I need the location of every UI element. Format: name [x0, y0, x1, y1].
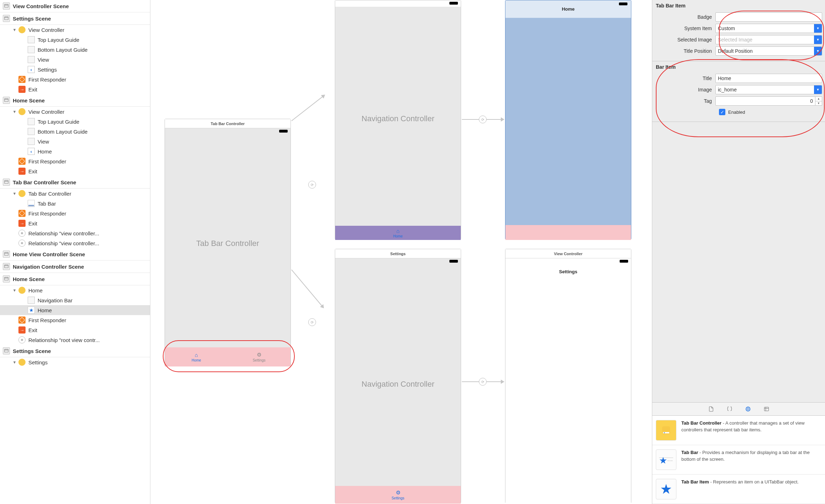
system-item-select[interactable]: Custom ▼ [715, 24, 822, 33]
outline-row[interactable]: View [0, 55, 150, 65]
outline-row[interactable]: First Responder [0, 74, 150, 84]
disclosure-triangle-icon[interactable]: ▼ [12, 360, 17, 364]
scene-center-label: Tab Bar Controller [165, 239, 290, 248]
outline-row[interactable]: Bottom Layout Guide [0, 127, 150, 136]
library-tab-code-icon[interactable] [725, 405, 734, 413]
disclosure-triangle-icon[interactable]: ▼ [12, 28, 17, 32]
library-tab-file-icon[interactable] [707, 405, 715, 413]
field-badge: Badge [652, 11, 825, 23]
exit-orange-icon [18, 168, 26, 175]
scene-view-controller[interactable]: View Controller Settings [505, 249, 631, 503]
library-thumb-icon: ★ [656, 479, 676, 499]
outline-row[interactable]: First Responder [0, 156, 150, 166]
segue-icon[interactable]: ⟳ [479, 116, 487, 123]
outline-row[interactable]: First Responder [0, 208, 150, 218]
outline-row[interactable]: Top Layout Guide [0, 35, 150, 45]
scene-header[interactable]: Home Scene [0, 273, 150, 285]
badge-input[interactable] [715, 12, 822, 22]
outline-row[interactable]: Bottom Layout Guide [0, 45, 150, 55]
field-selected-image: Selected Image Selected Image ▼ [652, 34, 825, 45]
inspector-panel[interactable]: Tab Bar Item Badge System Item Custom ▼ … [652, 0, 825, 504]
scene-home[interactable]: Home [505, 0, 631, 240]
scene-header[interactable]: Settings Scene [0, 12, 150, 25]
stepper-up-icon[interactable]: ▲ [815, 97, 822, 101]
tab-item-label: Settings [253, 358, 265, 362]
enabled-checkbox[interactable] [719, 109, 725, 115]
home-icon [195, 352, 198, 358]
outline-row[interactable]: ‹Settings [0, 65, 150, 74]
segue-icon[interactable]: ⟳ [479, 378, 487, 386]
scene-navigation-controller-top[interactable]: Navigation Controller Home [335, 0, 461, 240]
scene-header[interactable]: Navigation Controller Scene [0, 261, 150, 273]
outline-row[interactable]: Top Layout Guide [0, 117, 150, 127]
scene-icon [3, 15, 10, 22]
gear-icon [396, 489, 400, 496]
scene-header[interactable]: Home Scene [0, 94, 150, 107]
library-item[interactable]: ★⋯ Tab Bar - Provides a mechanism for di… [652, 445, 825, 475]
outline-row[interactable]: View [0, 136, 150, 146]
outline-row-label: Bottom Layout Guide [38, 47, 88, 53]
circle-yellow-icon [18, 108, 26, 115]
navigation-bar: Home [505, 0, 631, 18]
tab-item-settings[interactable]: Settings [228, 347, 290, 366]
outline-row[interactable]: ▼View Controller [0, 107, 150, 117]
library-tab-media-icon[interactable] [762, 405, 771, 413]
outline-row[interactable]: Relationship "root view contr... [0, 335, 150, 345]
image-select[interactable]: ic_home ▼ [715, 85, 822, 94]
field-system-item: System Item Custom ▼ [652, 23, 825, 34]
outline-row[interactable]: Tab Bar [0, 198, 150, 208]
tab-item-settings: Settings [335, 486, 461, 504]
scene-icon [3, 251, 10, 258]
outline-row[interactable]: ▼Settings [0, 357, 150, 367]
section-title: Bar Item [652, 62, 825, 73]
outline-row[interactable]: First Responder [0, 315, 150, 325]
field-label: Badge [655, 14, 715, 20]
library-tab-objects-icon[interactable] [744, 405, 752, 413]
scene-header[interactable]: Settings Scene [0, 345, 150, 357]
outline-row[interactable]: Relationship "view controller... [0, 238, 150, 248]
scene-navigation-controller-bottom[interactable]: Settings Navigation Controller Settings [335, 249, 461, 503]
tab-bar[interactable]: Home Settings [165, 347, 290, 366]
selected-image-select[interactable]: Selected Image ▼ [715, 35, 822, 44]
tag-input[interactable] [715, 96, 815, 106]
outline-row[interactable]: Home [0, 305, 150, 315]
outline-row[interactable]: ▼Home [0, 285, 150, 295]
disclosure-triangle-icon[interactable]: ▼ [12, 110, 17, 114]
tag-stepper[interactable]: ▲▼ [815, 96, 822, 106]
box-gray-icon [28, 56, 35, 63]
segue-icon[interactable]: ⟳ [308, 181, 316, 189]
circle-yellow-icon [18, 359, 26, 366]
outline-row[interactable]: Navigation Bar [0, 295, 150, 305]
document-outline[interactable]: View Controller SceneSettings Scene▼View… [0, 0, 150, 504]
field-label: Title [655, 75, 715, 81]
title-input[interactable] [715, 74, 822, 83]
segue-icon[interactable]: ⟳ [308, 318, 316, 326]
outline-row[interactable]: ▼Tab Bar Controller [0, 189, 150, 198]
scene-header-label: Home View Controller Scene [13, 251, 85, 257]
scene-header[interactable]: Home View Controller Scene [0, 248, 150, 261]
object-library[interactable]: Tab Bar Controller - A controller that m… [652, 416, 825, 504]
outline-row[interactable]: Exit [0, 84, 150, 94]
ring-icon [18, 336, 26, 343]
tab-bar-preview: Settings [335, 486, 461, 504]
scene-header-label: Settings Scene [13, 16, 51, 22]
library-item[interactable]: Tab Bar Controller - A controller that m… [652, 416, 825, 445]
library-item[interactable]: ★ Tab Bar Item - Represents an item on a… [652, 475, 825, 504]
outline-row[interactable]: ‹Home [0, 146, 150, 156]
scene-tab-bar-controller[interactable]: Tab Bar Controller Tab Bar Controller Ho… [165, 119, 291, 366]
svg-rect-5 [5, 265, 9, 268]
outline-row[interactable]: Relationship "view controller... [0, 228, 150, 238]
outline-row[interactable]: Exit [0, 218, 150, 228]
outline-row-label: Home [28, 287, 43, 293]
outline-row[interactable]: Exit [0, 166, 150, 176]
tab-item-home[interactable]: Home [165, 347, 228, 366]
stepper-down-icon[interactable]: ▼ [815, 101, 822, 106]
scene-header[interactable]: Tab Bar Controller Scene [0, 176, 150, 189]
disclosure-triangle-icon[interactable]: ▼ [12, 191, 17, 196]
outline-row[interactable]: ▼View Controller [0, 25, 150, 35]
scene-header[interactable]: View Controller Scene [0, 0, 150, 12]
outline-row[interactable]: Exit [0, 325, 150, 335]
disclosure-triangle-icon[interactable]: ▼ [12, 288, 17, 292]
title-position-select[interactable]: Default Position ▼ [715, 46, 822, 56]
storyboard-canvas[interactable]: Tab Bar Controller Tab Bar Controller Ho… [150, 0, 652, 504]
